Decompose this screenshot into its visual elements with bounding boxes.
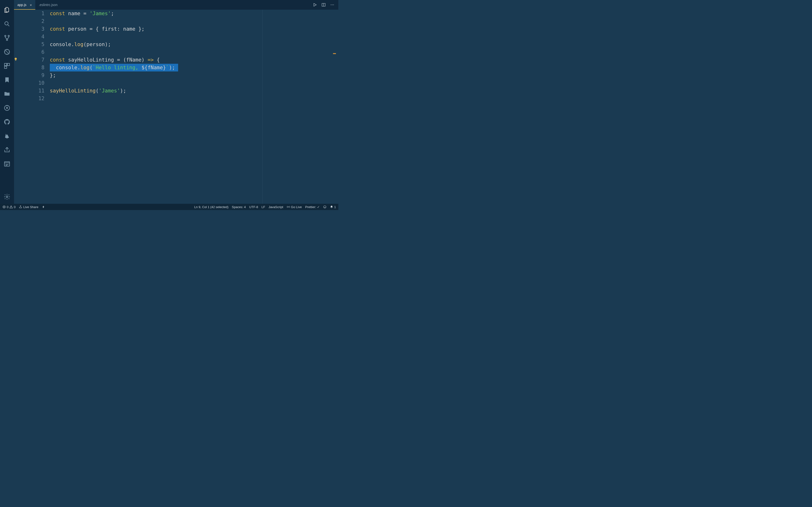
code-editor[interactable]: 1234 5678 9101112 const name = 'James'; … xyxy=(14,10,338,204)
debug-icon[interactable] xyxy=(0,45,14,59)
search-icon[interactable] xyxy=(0,17,14,31)
tab-bar: app.js × .eslintrc.json xyxy=(14,0,338,10)
tab-label: app.js xyxy=(17,3,27,7)
error-icon xyxy=(2,205,6,209)
svg-point-13 xyxy=(331,5,331,5)
smiley-icon xyxy=(323,205,326,209)
svg-rect-5 xyxy=(5,63,7,66)
github-icon[interactable] xyxy=(0,115,14,129)
settings-icon[interactable] xyxy=(0,190,14,204)
status-eol[interactable]: LF xyxy=(261,205,265,209)
bell-icon xyxy=(330,205,333,209)
liveshare-icon xyxy=(19,205,22,209)
svg-point-14 xyxy=(332,5,333,5)
tab-label: .eslintrc.json xyxy=(39,3,57,7)
svg-point-2 xyxy=(8,35,9,37)
svg-point-11 xyxy=(6,196,8,198)
svg-rect-6 xyxy=(7,63,9,66)
status-errors[interactable]: 0 0 xyxy=(2,205,15,209)
svg-point-15 xyxy=(333,5,334,5)
tab-actions xyxy=(313,0,338,10)
main-container: app.js × .eslintrc.json 1234 5678 910111… xyxy=(0,0,338,204)
status-bolt[interactable] xyxy=(42,205,45,209)
firebase-icon[interactable] xyxy=(0,129,14,143)
svg-point-20 xyxy=(323,206,326,208)
broadcast-icon xyxy=(287,205,290,209)
more-icon[interactable] xyxy=(330,3,335,7)
status-spaces[interactable]: Spaces: 4 xyxy=(232,205,246,209)
extensions-icon[interactable] xyxy=(0,59,14,73)
tab-app-js[interactable]: app.js × xyxy=(14,0,35,10)
code-content[interactable]: const name = 'James'; const person = { f… xyxy=(50,10,338,204)
bolt-icon xyxy=(42,205,45,209)
status-encoding[interactable]: UTF-8 xyxy=(249,205,258,209)
svg-point-16 xyxy=(15,58,17,60)
folder-icon[interactable] xyxy=(0,87,14,101)
line-gutter: 1234 5678 9101112 xyxy=(14,10,50,204)
svg-rect-7 xyxy=(5,66,7,68)
svg-point-1 xyxy=(5,35,6,37)
svg-point-19 xyxy=(288,207,289,207)
browser-icon[interactable] xyxy=(0,157,14,171)
status-prettier[interactable]: Prettier: ✓ xyxy=(305,205,320,209)
run-icon[interactable] xyxy=(313,3,317,7)
status-live-share[interactable]: Live Share xyxy=(19,205,38,209)
status-notifications[interactable]: 1 xyxy=(330,205,336,209)
gitlens-icon[interactable] xyxy=(0,101,14,115)
tab-eslintrc[interactable]: .eslintrc.json xyxy=(35,0,61,10)
lightbulb-icon[interactable] xyxy=(13,57,18,61)
close-icon[interactable]: × xyxy=(29,3,32,7)
bookmark-icon[interactable] xyxy=(0,73,14,87)
split-editor-icon[interactable] xyxy=(321,3,326,7)
files-icon[interactable] xyxy=(0,3,14,17)
activity-bar xyxy=(0,0,14,204)
status-cursor[interactable]: Ln 9, Col 1 (42 selected) xyxy=(194,205,229,209)
status-feedback[interactable] xyxy=(323,205,326,209)
source-control-icon[interactable] xyxy=(0,31,14,45)
status-language[interactable]: JavaScript xyxy=(268,205,283,209)
share-icon[interactable] xyxy=(0,143,14,157)
status-bar: 0 0 Live Share Ln 9, Col 1 (42 selected)… xyxy=(0,204,338,210)
svg-point-0 xyxy=(5,22,8,25)
warning-icon xyxy=(9,205,13,209)
svg-point-9 xyxy=(6,107,8,109)
editor-area: app.js × .eslintrc.json 1234 5678 910111… xyxy=(14,0,338,204)
status-go-live[interactable]: Go Live xyxy=(287,205,302,209)
svg-point-3 xyxy=(6,39,7,40)
svg-rect-17 xyxy=(15,60,16,61)
